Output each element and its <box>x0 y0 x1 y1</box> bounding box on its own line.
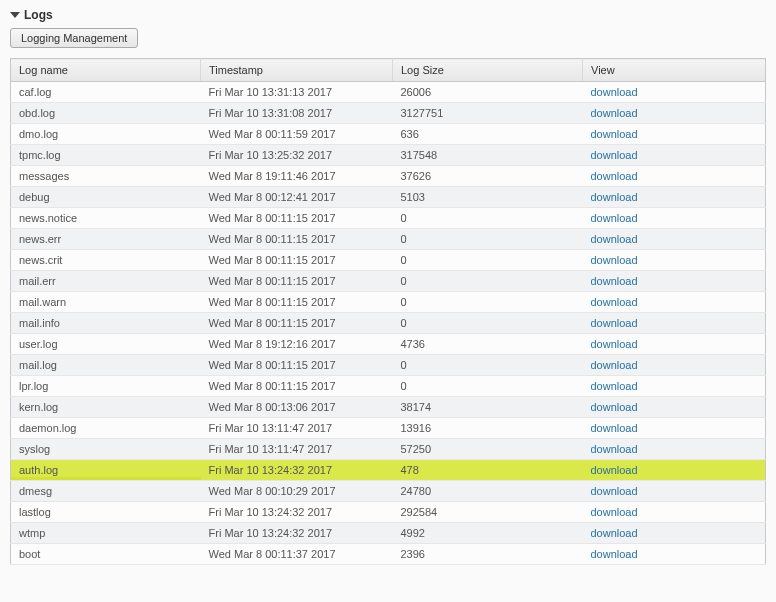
cell-log-size: 0 <box>393 376 583 397</box>
cell-view: download <box>583 418 766 439</box>
cell-log-size: 5103 <box>393 187 583 208</box>
cell-log-name: kern.log <box>11 397 201 418</box>
download-link[interactable]: download <box>591 422 638 434</box>
table-row: news.noticeWed Mar 8 00:11:15 20170downl… <box>11 208 766 229</box>
col-header-name[interactable]: Log name <box>11 59 201 82</box>
cell-log-name: mail.err <box>11 271 201 292</box>
cell-log-size: 0 <box>393 271 583 292</box>
table-row: mail.errWed Mar 8 00:11:15 20170download <box>11 271 766 292</box>
cell-log-size: 3127751 <box>393 103 583 124</box>
cell-log-size: 292584 <box>393 502 583 523</box>
download-link[interactable]: download <box>591 275 638 287</box>
download-link[interactable]: download <box>591 464 638 476</box>
caret-down-icon <box>10 12 20 18</box>
cell-log-size: 317548 <box>393 145 583 166</box>
col-header-size[interactable]: Log Size <box>393 59 583 82</box>
table-row: tpmc.logFri Mar 10 13:25:32 2017317548do… <box>11 145 766 166</box>
cell-view: download <box>583 229 766 250</box>
cell-timestamp: Fri Mar 10 13:25:32 2017 <box>201 145 393 166</box>
cell-log-name: dmo.log <box>11 124 201 145</box>
table-row: mail.warnWed Mar 8 00:11:15 20170downloa… <box>11 292 766 313</box>
download-link[interactable]: download <box>591 485 638 497</box>
download-link[interactable]: download <box>591 212 638 224</box>
cell-timestamp: Fri Mar 10 13:11:47 2017 <box>201 439 393 460</box>
download-link[interactable]: download <box>591 296 638 308</box>
cell-view: download <box>583 355 766 376</box>
download-link[interactable]: download <box>591 233 638 245</box>
cell-timestamp: Wed Mar 8 00:11:15 2017 <box>201 292 393 313</box>
download-link[interactable]: download <box>591 338 638 350</box>
cell-timestamp: Wed Mar 8 00:11:15 2017 <box>201 355 393 376</box>
cell-log-name: auth.log <box>11 460 201 481</box>
cell-view: download <box>583 166 766 187</box>
cell-log-name: caf.log <box>11 82 201 103</box>
cell-view: download <box>583 208 766 229</box>
download-link[interactable]: download <box>591 443 638 455</box>
logs-table: Log name Timestamp Log Size View caf.log… <box>10 58 766 565</box>
cell-view: download <box>583 460 766 481</box>
download-link[interactable]: download <box>591 506 638 518</box>
download-link[interactable]: download <box>591 107 638 119</box>
download-link[interactable]: download <box>591 401 638 413</box>
download-link[interactable]: download <box>591 380 638 392</box>
cell-log-size: 0 <box>393 208 583 229</box>
cell-log-name: mail.info <box>11 313 201 334</box>
cell-log-name: user.log <box>11 334 201 355</box>
cell-log-name: boot <box>11 544 201 565</box>
download-link[interactable]: download <box>591 254 638 266</box>
cell-timestamp: Wed Mar 8 19:11:46 2017 <box>201 166 393 187</box>
cell-timestamp: Wed Mar 8 00:11:15 2017 <box>201 271 393 292</box>
table-row: auth.logFri Mar 10 13:24:32 2017478downl… <box>11 460 766 481</box>
cell-log-name: messages <box>11 166 201 187</box>
cell-log-size: 0 <box>393 229 583 250</box>
table-row: obd.logFri Mar 10 13:31:08 20173127751do… <box>11 103 766 124</box>
download-link[interactable]: download <box>591 128 638 140</box>
cell-view: download <box>583 271 766 292</box>
section-header[interactable]: Logs <box>10 6 766 28</box>
cell-timestamp: Wed Mar 8 00:11:37 2017 <box>201 544 393 565</box>
cell-timestamp: Wed Mar 8 00:11:15 2017 <box>201 313 393 334</box>
cell-view: download <box>583 439 766 460</box>
cell-log-name: dmesg <box>11 481 201 502</box>
table-row: caf.logFri Mar 10 13:31:13 201726006down… <box>11 82 766 103</box>
cell-log-size: 4992 <box>393 523 583 544</box>
cell-log-size: 38174 <box>393 397 583 418</box>
logging-management-button[interactable]: Logging Management <box>10 28 138 48</box>
cell-timestamp: Wed Mar 8 19:12:16 2017 <box>201 334 393 355</box>
cell-log-size: 2396 <box>393 544 583 565</box>
cell-view: download <box>583 502 766 523</box>
cell-timestamp: Wed Mar 8 00:11:15 2017 <box>201 376 393 397</box>
download-link[interactable]: download <box>591 317 638 329</box>
download-link[interactable]: download <box>591 548 638 560</box>
cell-view: download <box>583 481 766 502</box>
cell-log-size: 0 <box>393 292 583 313</box>
table-row: wtmpFri Mar 10 13:24:32 20174992download <box>11 523 766 544</box>
cell-log-size: 57250 <box>393 439 583 460</box>
table-row: mail.logWed Mar 8 00:11:15 20170download <box>11 355 766 376</box>
col-header-timestamp[interactable]: Timestamp <box>201 59 393 82</box>
download-link[interactable]: download <box>591 359 638 371</box>
download-link[interactable]: download <box>591 86 638 98</box>
cell-view: download <box>583 523 766 544</box>
cell-log-name: wtmp <box>11 523 201 544</box>
table-row: user.logWed Mar 8 19:12:16 20174736downl… <box>11 334 766 355</box>
download-link[interactable]: download <box>591 149 638 161</box>
download-link[interactable]: download <box>591 170 638 182</box>
cell-log-name: lastlog <box>11 502 201 523</box>
table-row: bootWed Mar 8 00:11:37 20172396download <box>11 544 766 565</box>
cell-view: download <box>583 145 766 166</box>
cell-timestamp: Fri Mar 10 13:31:13 2017 <box>201 82 393 103</box>
cell-timestamp: Wed Mar 8 00:10:29 2017 <box>201 481 393 502</box>
cell-log-size: 0 <box>393 355 583 376</box>
cell-log-name: daemon.log <box>11 418 201 439</box>
table-row: daemon.logFri Mar 10 13:11:47 201713916d… <box>11 418 766 439</box>
cell-timestamp: Wed Mar 8 00:11:15 2017 <box>201 208 393 229</box>
download-link[interactable]: download <box>591 191 638 203</box>
cell-log-name: news.crit <box>11 250 201 271</box>
col-header-view[interactable]: View <box>583 59 766 82</box>
cell-view: download <box>583 82 766 103</box>
cell-view: download <box>583 334 766 355</box>
cell-log-name: news.err <box>11 229 201 250</box>
download-link[interactable]: download <box>591 527 638 539</box>
cell-log-size: 0 <box>393 313 583 334</box>
